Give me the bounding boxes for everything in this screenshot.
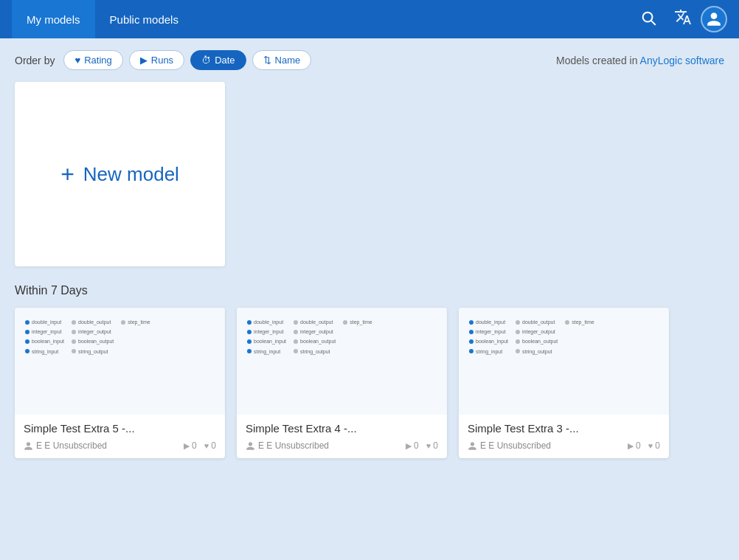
new-model-label: New model bbox=[83, 163, 179, 186]
model-author: E E Unsubscribed bbox=[24, 440, 107, 451]
model-title: Simple Test Extra 5 -... bbox=[24, 422, 216, 435]
new-model-plus-icon: + bbox=[60, 162, 74, 186]
model-author: E E Unsubscribed bbox=[246, 440, 329, 451]
model-thumbnail: double_input integer_input boolean_input… bbox=[237, 308, 447, 415]
model-meta: E E Unsubscribed ▶0 ♥0 bbox=[24, 440, 216, 451]
heart-icon: ♥ bbox=[74, 55, 80, 66]
clock-icon: ⏱ bbox=[201, 55, 211, 66]
play-icon: ▶ bbox=[140, 55, 148, 66]
filter-runs-button[interactable]: ▶ Runs bbox=[129, 50, 184, 70]
model-cards-grid: double_input integer_input boolean_input… bbox=[15, 308, 724, 458]
model-card-info: Simple Test Extra 3 -... E E Unsubscribe… bbox=[459, 415, 669, 458]
header: My models Public models bbox=[0, 0, 739, 38]
new-model-card[interactable]: + New model bbox=[15, 82, 225, 266]
order-by-group: Order by ♥ Rating ▶ Runs ⏱ Date ⇅ Name bbox=[15, 50, 311, 70]
model-author: E E Unsubscribed bbox=[468, 440, 551, 451]
model-thumbnail: double_input integer_input boolean_input… bbox=[459, 308, 669, 415]
translate-icon[interactable] bbox=[665, 8, 701, 30]
section-within-7-days: Within 7 Days bbox=[15, 284, 724, 297]
filter-date-button[interactable]: ⏱ Date bbox=[190, 50, 246, 70]
heart-stat-icon: ♥ bbox=[204, 441, 209, 450]
model-stats: ▶0 ♥0 bbox=[406, 440, 438, 451]
sort-icon: ⇅ bbox=[263, 55, 271, 66]
model-title: Simple Test Extra 3 -... bbox=[468, 422, 660, 435]
rating-stat: ♥0 bbox=[204, 440, 216, 451]
filter-name-button[interactable]: ⇅ Name bbox=[252, 50, 312, 70]
order-by-label: Order by bbox=[15, 55, 55, 66]
avatar[interactable] bbox=[701, 6, 727, 32]
model-title: Simple Test Extra 4 -... bbox=[246, 422, 438, 435]
toolbar: Order by ♥ Rating ▶ Runs ⏱ Date ⇅ Name M… bbox=[0, 38, 739, 82]
model-card[interactable]: double_input integer_input boolean_input… bbox=[15, 308, 225, 458]
model-stats: ▶0 ♥0 bbox=[628, 440, 660, 451]
tab-my-models[interactable]: My models bbox=[12, 0, 95, 38]
model-card-info: Simple Test Extra 5 -... E E Unsubscribe… bbox=[15, 415, 225, 458]
model-meta: E E Unsubscribed ▶0 ♥0 bbox=[468, 440, 660, 451]
play-stat-icon: ▶ bbox=[406, 441, 412, 451]
model-card-info: Simple Test Extra 4 -... E E Unsubscribe… bbox=[237, 415, 447, 458]
play-stat-icon: ▶ bbox=[628, 441, 634, 451]
run-stat: ▶0 bbox=[184, 440, 197, 451]
model-meta: E E Unsubscribed ▶0 ♥0 bbox=[246, 440, 438, 451]
rating-stat: ♥0 bbox=[426, 440, 438, 451]
run-stat: ▶0 bbox=[628, 440, 641, 451]
tab-public-models[interactable]: Public models bbox=[95, 0, 193, 38]
anylogic-link-group: Models created in AnyLogic software bbox=[556, 55, 724, 66]
svg-line-1 bbox=[651, 21, 655, 24]
search-icon[interactable] bbox=[631, 10, 665, 30]
heart-stat-icon: ♥ bbox=[426, 441, 431, 450]
anylogic-link[interactable]: AnyLogic software bbox=[640, 55, 724, 66]
model-card[interactable]: double_input integer_input boolean_input… bbox=[459, 308, 669, 458]
model-thumbnail: double_input integer_input boolean_input… bbox=[15, 308, 225, 415]
play-stat-icon: ▶ bbox=[184, 441, 190, 451]
rating-stat: ♥0 bbox=[648, 440, 660, 451]
model-stats: ▶0 ♥0 bbox=[184, 440, 216, 451]
model-card[interactable]: double_input integer_input boolean_input… bbox=[237, 308, 447, 458]
run-stat: ▶0 bbox=[406, 440, 419, 451]
main-content: + New model Within 7 Days double_input i… bbox=[0, 82, 739, 473]
filter-rating-button[interactable]: ♥ Rating bbox=[63, 50, 122, 70]
heart-stat-icon: ♥ bbox=[648, 441, 653, 450]
